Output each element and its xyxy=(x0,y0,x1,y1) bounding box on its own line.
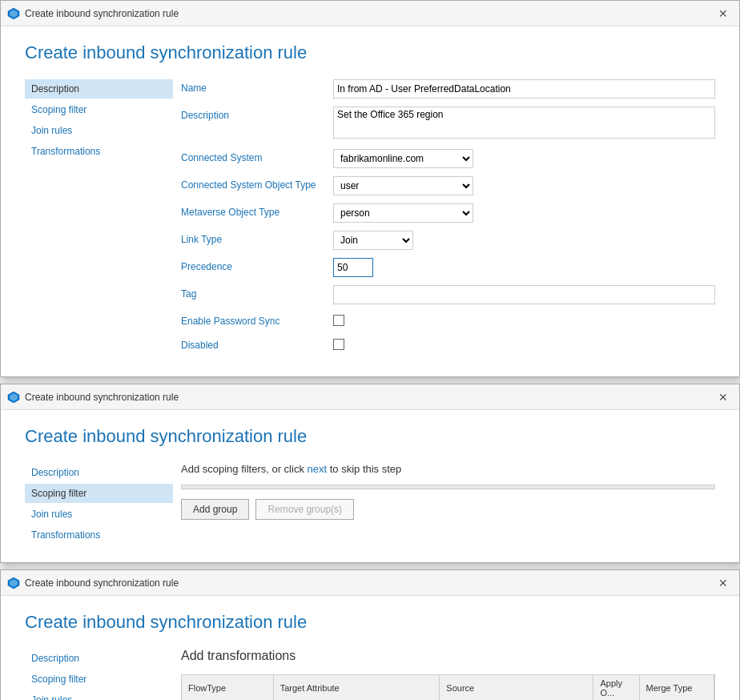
transformations-title: Add transformations xyxy=(181,649,715,663)
window-1-content: Create inbound synchronization rule Desc… xyxy=(1,26,739,376)
mot-control: person xyxy=(333,203,715,223)
tag-control xyxy=(333,285,715,304)
precedence-label: Precedence xyxy=(181,258,333,272)
enable-password-label: Enable Password Sync xyxy=(181,312,333,327)
sidebar-item-scoping-3[interactable]: Scoping filter xyxy=(25,670,173,689)
filter-progress-bar xyxy=(181,485,715,489)
main-layout-3: Description Scoping filter Join rules Tr… xyxy=(25,649,715,700)
col-source: Source xyxy=(440,675,593,700)
precedence-control xyxy=(333,258,715,277)
sidebar-item-joinrules-3[interactable]: Join rules xyxy=(25,690,173,700)
page-title-1: Create inbound synchronization rule xyxy=(25,42,715,63)
mot-row: Metaverse Object Type person xyxy=(181,203,715,223)
close-button-2[interactable]: ✕ xyxy=(714,388,733,407)
col-merge: Merge Type xyxy=(639,675,714,700)
transformations-area: Add transformations FlowType Target Attr… xyxy=(173,649,715,700)
connected-system-control: fabrikamonline.com xyxy=(333,149,715,168)
mot-select[interactable]: person xyxy=(333,203,473,223)
window-2: Create inbound synchronization rule ✕ Cr… xyxy=(0,384,740,563)
next-link[interactable]: next xyxy=(308,463,328,475)
enable-password-row: Enable Password Sync xyxy=(181,312,715,328)
disabled-row: Disabled xyxy=(181,336,715,352)
link-type-select[interactable]: Join xyxy=(333,231,413,250)
scoping-instruction: Add scoping filters, or click next to sk… xyxy=(181,463,715,475)
disabled-checkbox[interactable] xyxy=(333,339,344,350)
window-icon-3 xyxy=(7,577,20,589)
link-type-label: Link Type xyxy=(181,231,333,245)
main-layout-2: Description Scoping filter Join rules Tr… xyxy=(25,463,715,546)
table-header-row: FlowType Target Attribute Source Apply O… xyxy=(182,675,714,700)
title-bar-3: Create inbound synchronization rule ✕ xyxy=(1,570,739,596)
csot-control: user xyxy=(333,176,715,195)
tag-input[interactable] xyxy=(333,285,715,304)
precedence-input[interactable] xyxy=(333,258,373,277)
description-label: Description xyxy=(181,107,333,121)
disabled-label: Disabled xyxy=(181,336,333,351)
sidebar-item-description-1[interactable]: Description xyxy=(25,79,173,99)
sidebar-item-scoping-2[interactable]: Scoping filter xyxy=(25,484,173,503)
enable-password-control xyxy=(333,312,715,328)
transformations-table-wrap: FlowType Target Attribute Source Apply O… xyxy=(181,674,715,700)
remove-group-button[interactable]: Remove group(s) xyxy=(255,499,354,520)
title-text-3: Create inbound synchronization rule xyxy=(25,577,714,589)
window-icon-1 xyxy=(7,7,20,20)
transformations-table: FlowType Target Attribute Source Apply O… xyxy=(182,675,714,700)
col-target: Target Attribute xyxy=(273,675,440,700)
disabled-control xyxy=(333,336,715,352)
form-area-1: Name Description Set the Office 365 regi… xyxy=(173,79,715,360)
name-row: Name xyxy=(181,79,715,99)
window-3-content: Create inbound synchronization rule Desc… xyxy=(1,596,739,700)
enable-password-checkbox[interactable] xyxy=(333,315,344,326)
page-title-3: Create inbound synchronization rule xyxy=(25,612,715,633)
connected-system-select[interactable]: fabrikamonline.com xyxy=(333,149,473,168)
sidebar-item-transformations-1[interactable]: Transformations xyxy=(25,142,173,161)
tag-label: Tag xyxy=(181,285,333,300)
sidebar-item-joinrules-1[interactable]: Join rules xyxy=(25,121,173,140)
description-control: Set the Office 365 region xyxy=(333,107,715,141)
col-apply: Apply O... xyxy=(593,675,639,700)
name-input[interactable] xyxy=(333,79,715,99)
connected-system-label: Connected System xyxy=(181,149,333,163)
sidebar-item-scoping-1[interactable]: Scoping filter xyxy=(25,100,173,119)
sidebar-item-joinrules-2[interactable]: Join rules xyxy=(25,505,173,524)
link-type-row: Link Type Join xyxy=(181,231,715,250)
scoping-area: Add scoping filters, or click next to sk… xyxy=(173,463,715,546)
csot-label: Connected System Object Type xyxy=(181,176,333,191)
window-icon-2 xyxy=(7,391,20,404)
title-bar-1: Create inbound synchronization rule ✕ xyxy=(1,1,739,26)
window-3: Create inbound synchronization rule ✕ Cr… xyxy=(0,569,740,700)
close-button-3[interactable]: ✕ xyxy=(714,573,733,593)
tag-row: Tag xyxy=(181,285,715,304)
main-layout-1: Description Scoping filter Join rules Tr… xyxy=(25,79,715,360)
title-text-1: Create inbound synchronization rule xyxy=(25,8,714,19)
sidebar-3: Description Scoping filter Join rules Tr… xyxy=(25,649,173,700)
description-row: Description Set the Office 365 region xyxy=(181,107,715,141)
sidebar-2: Description Scoping filter Join rules Tr… xyxy=(25,463,173,546)
add-group-button[interactable]: Add group xyxy=(181,499,249,520)
page-title-2: Create inbound synchronization rule xyxy=(25,426,715,447)
precedence-row: Precedence xyxy=(181,258,715,277)
title-text-2: Create inbound synchronization rule xyxy=(25,392,714,403)
name-label: Name xyxy=(181,79,333,94)
sidebar-item-transformations-2[interactable]: Transformations xyxy=(25,525,173,545)
title-bar-2: Create inbound synchronization rule ✕ xyxy=(1,384,739,410)
scoping-btn-row: Add group Remove group(s) xyxy=(181,499,715,520)
mot-label: Metaverse Object Type xyxy=(181,203,333,218)
connected-system-row: Connected System fabrikamonline.com xyxy=(181,149,715,168)
link-type-control: Join xyxy=(333,231,715,250)
sidebar-1: Description Scoping filter Join rules Tr… xyxy=(25,79,173,360)
csot-select[interactable]: user xyxy=(333,176,473,195)
name-control xyxy=(333,79,715,99)
sidebar-item-description-2[interactable]: Description xyxy=(25,463,173,482)
window-2-content: Create inbound synchronization rule Desc… xyxy=(1,410,739,562)
csot-row: Connected System Object Type user xyxy=(181,176,715,195)
sidebar-item-description-3[interactable]: Description xyxy=(25,649,173,668)
close-button-1[interactable]: ✕ xyxy=(714,4,733,23)
description-textarea[interactable]: Set the Office 365 region xyxy=(333,107,715,139)
col-flowtype: FlowType xyxy=(182,675,273,700)
window-1: Create inbound synchronization rule ✕ Cr… xyxy=(0,0,740,377)
